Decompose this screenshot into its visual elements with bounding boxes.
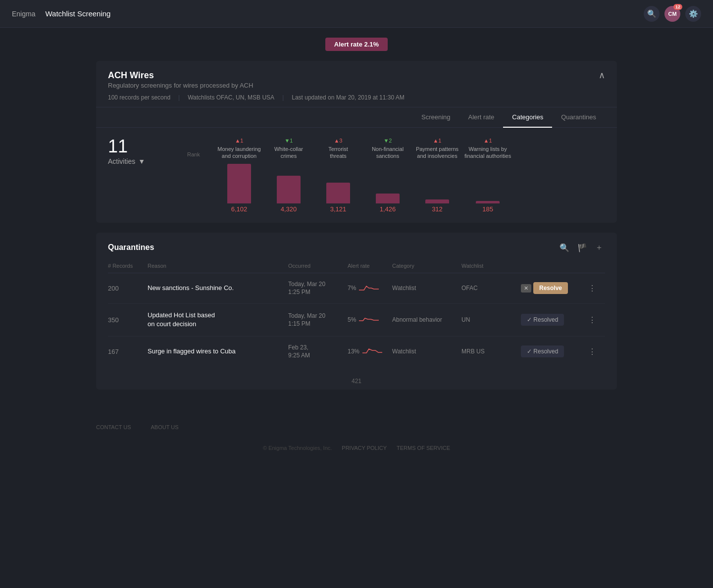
row3-sparkline (362, 347, 382, 355)
row1-resolve-button[interactable]: Resolve (533, 282, 568, 294)
trend-1: ▲1 (235, 138, 243, 144)
row2-reason: Updated Hot List basedon court decision (148, 311, 288, 329)
card-subtitle: Regulatory screenings for wires processe… (108, 82, 605, 89)
search-button[interactable]: 🔍 (644, 6, 660, 22)
cat-label-5: Payment patternsand insolvencies (416, 146, 458, 160)
category-terrorist: ▲3 Terroristthreats 3,121 (316, 138, 360, 213)
col-header-alert-rate: Alert rate (348, 263, 392, 269)
row1-watchlist: OFAC (461, 285, 521, 292)
row1-more-button[interactable]: ⋮ (585, 283, 599, 294)
row3-records: 167 (108, 348, 148, 355)
row1-action-group: ✕ Resolve (521, 282, 568, 294)
cat-label-6: Warning lists byfinancial authorities (464, 146, 511, 160)
table-row: 167 Surge in flagged wires to Cuba Feb 2… (108, 337, 605, 367)
cat-value-1: 6,102 (231, 205, 248, 213)
bar-wrap-2 (274, 164, 304, 203)
activities-panel: 11 Activities ▼ (108, 138, 187, 213)
cat-label-1: Money launderingand corruption (217, 146, 260, 160)
tab-screening[interactable]: Screening (412, 107, 459, 128)
card-title-text: ACH Wires (108, 70, 154, 81)
category-white-collar: ▼1 White-collarcrimes 4,320 (266, 138, 311, 213)
cat-label-4: Non-financialsanctions (372, 146, 404, 160)
pagination: 421 (96, 373, 617, 390)
row3-watchlist: MRB US (461, 348, 521, 355)
trend-2: ▼1 (284, 138, 293, 144)
col-header-more (585, 263, 605, 269)
bar-wrap-5 (422, 164, 452, 203)
quarantines-header: Quarantines 🔍 🏴 ＋ (96, 233, 617, 259)
header-actions: 🔍 CM 12 ⚙️ (644, 6, 701, 22)
row3-occurred: Feb 23,9:25 AM (288, 343, 348, 360)
row2-more-button[interactable]: ⋮ (585, 314, 599, 326)
row3-reason: Surge in flagged wires to Cuba (148, 347, 288, 356)
col-header-reason: Reason (148, 263, 288, 269)
category-payment-patterns: ▲1 Payment patternsand insolvencies 312 (415, 138, 459, 213)
footer-links: CONTACT US ABOUT US (84, 409, 629, 435)
last-updated: Last updated on Mar 20, 2019 at 11:30 AM (292, 94, 405, 101)
alert-rate-banner: Alert rate 2.1% (325, 38, 388, 51)
main-content: Alert rate 2.1% ACH Wires ∧ Regulatory s… (84, 28, 629, 409)
row1-action: ✕ Resolve (521, 282, 585, 294)
row2-more: ⋮ (585, 314, 605, 326)
col-header-action (521, 263, 585, 269)
collapse-button[interactable]: ∧ (599, 70, 605, 81)
footer-about-us[interactable]: ABOUT US (151, 424, 179, 430)
row3-more-button[interactable]: ⋮ (585, 346, 599, 357)
col-header-watchlist: Watchlist (461, 263, 521, 269)
category-money-laundering: ▲1 Money launderingand corruption 6,102 (217, 138, 261, 213)
card-header: ACH Wires ∧ Regulatory screenings for wi… (96, 61, 617, 107)
bar-2 (277, 176, 301, 203)
tab-quarantines[interactable]: Quarantines (552, 107, 605, 128)
row2-resolved-button[interactable]: ✓ Resolved (521, 314, 564, 326)
activities-label: Activities ▼ (108, 157, 187, 165)
row3-action: ✓ Resolved (521, 345, 585, 357)
tab-categories[interactable]: Categories (503, 107, 552, 128)
cat-value-2: 4,320 (281, 205, 297, 213)
quarantines-title: Quarantines (108, 243, 558, 252)
cat-value-4: 1,426 (380, 205, 396, 213)
tab-alert-rate[interactable]: Alert rate (459, 107, 504, 128)
ach-wires-card: ACH Wires ∧ Regulatory screenings for wi… (96, 61, 617, 223)
activities-count: 11 (108, 138, 187, 155)
footer-contact-us[interactable]: CONTACT US (96, 424, 131, 430)
row1-reason: New sanctions - Sunshine Co. (148, 284, 288, 293)
records-per-second: 100 records per second (108, 94, 170, 101)
header: Enigma Watchlist Screening 🔍 CM 12 ⚙️ (0, 0, 713, 28)
notification-badge: 12 (673, 4, 682, 10)
row3-resolved-button[interactable]: ✓ Resolved (521, 345, 564, 357)
alert-banner-wrap: Alert rate 2.1% (96, 38, 617, 59)
bar-wrap-6 (473, 164, 503, 203)
footer-terms[interactable]: Terms of Service (397, 445, 450, 451)
settings-button[interactable]: ⚙️ (685, 6, 701, 22)
footer-privacy[interactable]: Privacy Policy (342, 445, 387, 451)
row1-dismiss-button[interactable]: ✕ (521, 284, 531, 293)
row2-category: Abnormal behavior (392, 316, 461, 323)
row1-category: Watchlist (392, 285, 461, 292)
quarantines-bookmark-button[interactable]: 🏴 (575, 241, 589, 254)
avatar[interactable]: CM 12 (664, 6, 680, 22)
row2-occurred: Today, Mar 201:15 PM (288, 312, 348, 329)
rank-column: Rank (187, 138, 217, 213)
col-header-occurred: Occurred (288, 263, 348, 269)
bar-wrap-3 (323, 164, 353, 203)
row2-action: ✓ Resolved (521, 314, 585, 326)
category-warning-lists: ▲1 Warning lists byfinancial authorities… (464, 138, 511, 213)
footer-copyright: © Enigma Technologies, Inc. (263, 445, 332, 451)
quarantines-add-button[interactable]: ＋ (593, 241, 605, 255)
row2-sparkline (359, 316, 379, 324)
quarantines-card: Quarantines 🔍 🏴 ＋ # Records Reason Occur… (96, 233, 617, 390)
activities-dropdown-icon[interactable]: ▼ (138, 157, 145, 165)
bar-6 (476, 201, 500, 203)
col-header-category: Category (392, 263, 461, 269)
row2-alert-rate: 5% (348, 316, 392, 324)
cat-value-3: 3,121 (330, 205, 347, 213)
trend-4: ▼2 (383, 138, 392, 144)
row2-watchlist: UN (461, 316, 521, 323)
avatar-initials: CM (668, 11, 676, 17)
row1-occurred: Today, Mar 201:25 PM (288, 280, 348, 297)
card-title-row: ACH Wires ∧ (108, 70, 605, 81)
bar-wrap-1 (224, 164, 254, 203)
watchlists: Watchlists OFAC, UN, MSB USA (188, 94, 274, 101)
row3-alert-rate: 13% (348, 347, 392, 355)
quarantines-search-button[interactable]: 🔍 (558, 241, 571, 254)
